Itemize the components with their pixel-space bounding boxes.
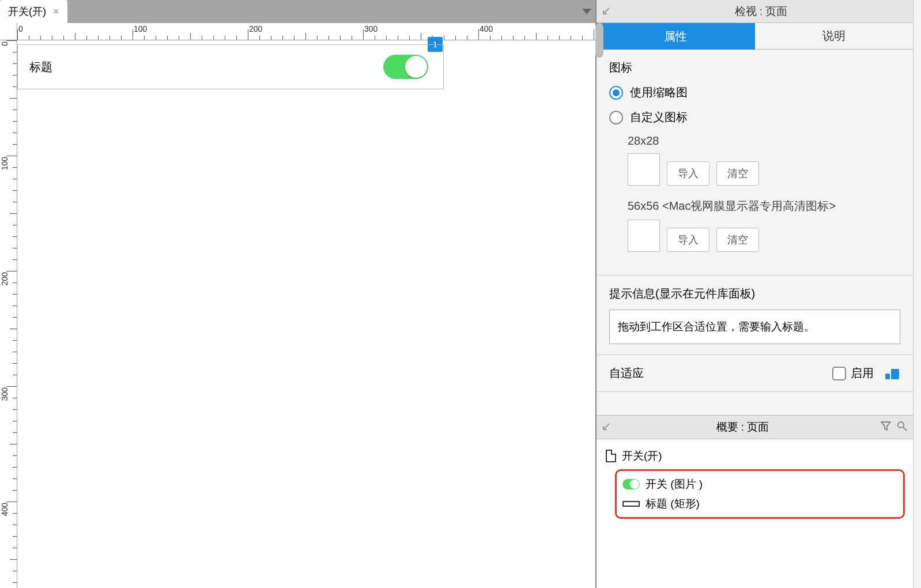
adaptive-views-icon[interactable] [885,368,900,379]
import-28-button[interactable]: 导入 [667,161,709,186]
size-28-label: 28x28 [628,134,900,148]
radio-custom-label: 自定义图标 [630,110,688,125]
ruler-v-label: 400 [0,503,9,516]
clear-56-button[interactable]: 清空 [716,228,759,252]
svg-line-2 [903,427,907,431]
icon-28-preview[interactable] [628,153,660,186]
clear-28-button[interactable]: 清空 [716,161,759,186]
ruler-v-label: 200 [0,272,9,285]
radio-custom-icon[interactable]: 自定义图标 [609,110,900,125]
collapse-icon[interactable] [602,5,615,18]
switch-widget[interactable]: 标题 [17,44,444,89]
search-icon[interactable] [897,421,907,434]
ruler-corner [0,23,17,40]
outline-page-label: 开关(开) [622,448,662,463]
adaptive-row: 自适应 启用 [597,355,913,392]
outline-selection-group: 开关 (图片 ) 标题 (矩形) [615,469,905,519]
radio-unchecked-icon [609,111,623,125]
enable-label: 启用 [851,365,874,381]
canvas-pane: 开关(开) × 0100200300400500 0100200300400 1… [0,0,595,588]
outline-page[interactable]: 开关(开) [605,445,905,467]
vertical-ruler: 0100200300400 [0,40,17,588]
svg-point-1 [898,422,904,428]
window-scroll-gutter [913,0,921,588]
filter-icon[interactable] [881,421,891,434]
close-icon[interactable]: × [53,6,59,17]
ruler-h-label: 0 [18,24,23,33]
tab-dropdown-icon[interactable] [578,0,595,23]
toggle-icon [622,479,640,489]
inspector-tabs: 属性 说明 [597,23,913,50]
vertical-scrollbar[interactable] [595,23,603,58]
page-icon [606,450,616,462]
ruler-v-label: 0 [0,42,9,46]
toggle-knob [405,56,427,78]
ruler-v-label: 300 [0,387,9,401]
outline-item-title[interactable]: 标题 (矩形) [622,494,897,514]
document-tab[interactable]: 开关(开) × [0,0,67,23]
hint-section-title: 提示信息(显示在元件库面板) [609,286,900,301]
tab-bar: 开关(开) × [0,0,595,23]
toggle-on-icon[interactable] [383,55,428,79]
hint-input[interactable]: 拖动到工作区合适位置，需要输入标题。 [609,310,900,344]
radio-use-thumbnail[interactable]: 使用缩略图 [609,85,900,100]
tab-label: 开关(开) [8,5,46,18]
ruler-h-label: 400 [480,24,493,33]
horizontal-ruler: 0100200300400500 [17,23,595,40]
collapse-icon[interactable] [602,421,610,434]
radio-thumbnail-label: 使用缩略图 [630,85,688,100]
icon-section: 图标 使用缩略图 自定义图标 28x28 导入 清空 56x56 <Mac视网膜… [597,50,913,276]
outline-body: 开关(开) 开关 (图片 ) 标题 (矩形) [597,439,913,588]
ruler-h-label: 100 [134,24,147,33]
rectangle-icon [622,501,640,507]
tab-notes[interactable]: 说明 [755,23,914,50]
outline-title: 概要 : 页面 [610,420,875,435]
tab-properties[interactable]: 属性 [597,23,755,50]
outline-item-title-label: 标题 (矩形) [646,496,700,511]
icon-56-row: 导入 清空 [628,220,900,252]
outline-header: 概要 : 页面 [597,415,913,439]
icon-section-title: 图标 [609,60,900,76]
import-56-button[interactable]: 导入 [667,228,709,252]
size-56-label: 56x56 <Mac视网膜显示器专用高清图标> [628,198,900,214]
inspector-pane: 检视 : 页面 属性 说明 图标 使用缩略图 自定义图标 28x28 导入 清空… [595,0,913,588]
svg-marker-0 [582,9,591,14]
design-canvas[interactable]: 1 标题 [17,40,595,588]
ruler-h-label: 200 [249,24,262,33]
radio-checked-icon [609,86,623,100]
outline-item-switch[interactable]: 开关 (图片 ) [622,474,897,494]
hint-section: 提示信息(显示在元件库面板) 拖动到工作区合适位置，需要输入标题。 [597,276,913,355]
inspector-title: 检视 : 页面 [615,4,907,19]
ruler-h-label: 300 [364,24,378,33]
ruler-v-label: 100 [0,157,9,170]
widget-title-label: 标题 [29,59,52,75]
icon-28-row: 导入 清空 [628,153,900,186]
icon-56-preview[interactable] [628,220,660,252]
adaptive-label: 自适应 [609,365,644,381]
inspector-header: 检视 : 页面 [597,0,913,23]
outline-item-switch-label: 开关 (图片 ) [646,477,703,492]
enable-checkbox[interactable] [832,367,846,380]
